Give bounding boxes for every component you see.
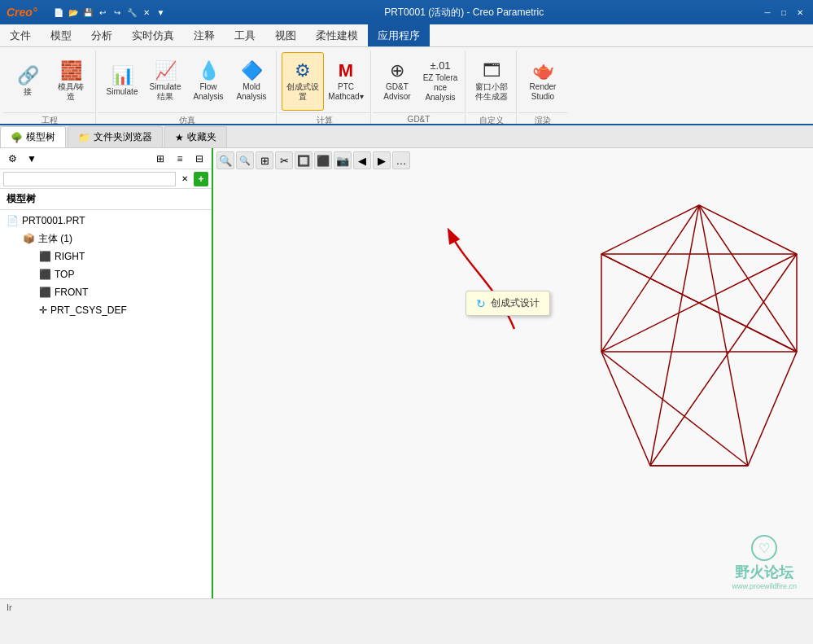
redo-btn[interactable]: ↪: [111, 6, 124, 19]
minimize-btn[interactable]: ─: [761, 6, 774, 19]
zoom-out-icon[interactable]: 🔍: [236, 151, 254, 169]
more-icon[interactable]: …: [392, 151, 410, 169]
window-title: PRT0001 (活动的) - Creo Parametric: [168, 6, 762, 20]
open-btn[interactable]: 📂: [67, 6, 80, 19]
menu-model[interactable]: 模型: [41, 24, 81, 46]
search-clear-icon[interactable]: ✕: [177, 172, 192, 186]
maximize-btn[interactable]: □: [777, 6, 790, 19]
tab-model-tree[interactable]: 🌳 模型树: [0, 126, 66, 147]
menu-analysis[interactable]: 分析: [81, 24, 122, 46]
watermark-url: www.proewildfire.cn: [732, 582, 797, 590]
tab-bookmarks[interactable]: ★ 收藏夹: [164, 126, 227, 147]
ribbon-btn-ez-tolerance[interactable]: ±.01 EZ ToleranceAnalysis: [419, 52, 461, 111]
ribbon-btn-simulate-results[interactable]: 📈 Simulate结果: [144, 52, 186, 111]
frame-icon[interactable]: 🔲: [295, 151, 313, 169]
zoom-fit-icon[interactable]: ⊞: [256, 151, 273, 169]
cut-icon[interactable]: ✂: [275, 151, 293, 169]
tree-item-right[interactable]: ⬛ RIGHT: [0, 248, 212, 265]
tooltip-refresh-icon: ↻: [476, 297, 486, 310]
status-text: Ir: [7, 602, 12, 612]
tree-item-zhuti[interactable]: 📦 主体 (1): [0, 230, 212, 248]
tree-item-prt0001[interactable]: 📄 PRT0001.PRT: [0, 212, 212, 230]
close-doc-btn[interactable]: ✕: [140, 6, 153, 19]
tree-item-label: PRT0001.PRT: [22, 215, 85, 226]
ribbon-btn-gdt-advisor[interactable]: ⊕ GD&TAdvisor: [376, 52, 418, 111]
ribbon-btn-render-studio[interactable]: 🫖 RenderStudio: [522, 52, 564, 111]
csys-icon: ✛: [39, 304, 47, 316]
svg-line-6: [650, 254, 797, 466]
search-input[interactable]: [3, 172, 176, 186]
watermark-title: 野火论坛: [735, 563, 793, 582]
shade-icon[interactable]: ⬛: [314, 151, 332, 169]
menu-annotation[interactable]: 注释: [184, 24, 225, 46]
svg-line-7: [699, 205, 797, 352]
plane-top-icon: ⬛: [39, 269, 51, 280]
main-area: ⚙ ▼ ⊞ ≡ ⊟ ✕ + 模型树 📄 PRT0001.PRT 📦 主体 (1): [0, 148, 813, 598]
3d-shape: [585, 189, 813, 490]
ribbon-btn-connect[interactable]: 🔗 接: [7, 52, 49, 111]
plane-front-icon: ⬛: [39, 287, 51, 298]
tab-panel: 🌳 模型树 📁 文件夹浏览器 ★ 收藏夹: [0, 125, 813, 148]
dropdown-btn[interactable]: ▼: [155, 6, 168, 19]
grid-view-icon[interactable]: ⊞: [151, 150, 169, 168]
menu-file[interactable]: 文件: [0, 24, 41, 46]
app-logo: Creo°: [7, 6, 37, 19]
ribbon-group-label-engineering: 工程: [3, 112, 95, 125]
ribbon-group-calculate: ⚙ 创成式设置 M PTCMathcad▾ 计算: [278, 50, 371, 124]
tree-icon: 🌳: [11, 132, 23, 143]
ribbon-btn-window-widgets[interactable]: 🗔 窗口小部件生成器: [470, 52, 513, 111]
menu-apps[interactable]: 应用程序: [368, 24, 430, 46]
connect-icon: 🔗: [17, 67, 39, 85]
ribbon-group-label-gdt: GD&T: [373, 112, 465, 125]
ribbon-btn-ptc-mathcad[interactable]: M PTCMathcad▾: [325, 52, 367, 111]
canvas-area: 🔍 🔍 ⊞ ✂ 🔲 ⬛ 📷 ◀ ▶ …: [213, 148, 813, 598]
ribbon-btn-simulate[interactable]: 📊 Simulate: [101, 52, 143, 111]
tab-file-browser[interactable]: 📁 文件夹浏览器: [68, 126, 163, 147]
menu-tools[interactable]: 工具: [225, 24, 265, 46]
settings-icon[interactable]: ⚙: [3, 150, 21, 168]
save-btn[interactable]: 💾: [81, 6, 94, 19]
ribbon-group-customize: 🗔 窗口小部件生成器 自定义: [467, 50, 517, 124]
star-icon: ★: [175, 132, 184, 143]
undo-btn[interactable]: ↩: [96, 6, 109, 19]
simulate-results-icon: 📈: [155, 62, 177, 80]
watermark: ♡ 野火论坛 www.proewildfire.cn: [732, 535, 797, 590]
ribbon: 🔗 接 🧱 模具/铸造 工程 📊 Simulate 📈 Simulate: [0, 47, 813, 125]
flow-icon: 💧: [198, 62, 220, 80]
menu-view[interactable]: 视图: [265, 24, 306, 46]
tree-item-front[interactable]: ⬛ FRONT: [0, 283, 212, 301]
plane-icon: ⬛: [39, 251, 51, 262]
ribbon-group-engineering: 🔗 接 🧱 模具/铸造 工程: [3, 50, 96, 124]
menu-simulation[interactable]: 实时仿真: [122, 24, 184, 46]
new-btn[interactable]: 📄: [52, 6, 65, 19]
tree-item-prt-csys[interactable]: ✛ PRT_CSYS_DEF: [0, 301, 212, 319]
next-icon[interactable]: ▶: [373, 151, 391, 169]
window-controls: ─ □ ✕: [761, 6, 806, 19]
svg-line-5: [601, 352, 748, 466]
tree-label: 模型树: [0, 189, 212, 210]
list-view-icon[interactable]: ≡: [171, 150, 189, 168]
ribbon-btn-mold-analysis[interactable]: 🔷 MoldAnalysis: [230, 52, 273, 111]
folder-icon: 📁: [78, 132, 90, 143]
simulate-icon: 📊: [111, 67, 133, 85]
gdt-icon: ⊕: [390, 62, 404, 80]
tree-item-label: RIGHT: [55, 251, 85, 262]
ribbon-btn-generative-design[interactable]: ⚙ 创成式设置: [282, 52, 324, 111]
zoom-in-icon[interactable]: 🔍: [216, 151, 234, 169]
search-add-icon[interactable]: +: [194, 172, 208, 186]
screenshot-icon[interactable]: 📷: [334, 151, 352, 169]
ribbon-btn-mold-cast[interactable]: 🧱 模具/铸造: [50, 52, 92, 111]
body-icon: 📦: [23, 233, 35, 244]
collapse-icon[interactable]: ⊟: [190, 150, 208, 168]
close-btn[interactable]: ✕: [793, 6, 806, 19]
prt-icon: 📄: [7, 215, 19, 226]
svg-line-1: [650, 205, 699, 466]
prev-icon[interactable]: ◀: [353, 151, 371, 169]
extra-btn[interactable]: 🔧: [125, 6, 138, 19]
menu-flexible[interactable]: 柔性建模: [306, 24, 368, 46]
ribbon-group-render: 🫖 RenderStudio 渲染: [518, 50, 567, 124]
dropdown-icon[interactable]: ▼: [23, 150, 41, 168]
ribbon-btn-flow-analysis[interactable]: 💧 FlowAnalysis: [187, 52, 229, 111]
tree-item-top[interactable]: ⬛ TOP: [0, 265, 212, 283]
tree-item-label: 主体 (1): [38, 232, 72, 246]
